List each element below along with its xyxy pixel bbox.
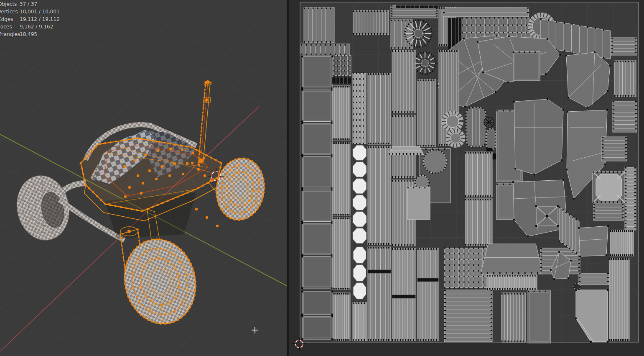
viewport-3d[interactable]: Objects37 / 37Vertices10,001 / 10,001Edg… [0, 0, 287, 356]
stats-label: Objects [0, 0, 20, 8]
uv-island [368, 247, 391, 341]
uv-island [392, 248, 415, 341]
uv-island [407, 187, 430, 220]
stats-label: Faces [0, 23, 20, 31]
uv-island [304, 8, 334, 43]
uv-island [593, 204, 624, 220]
uv-island [610, 230, 634, 256]
blender-window: Objects37 / 37Vertices10,001 / 10,001Edg… [0, 0, 644, 356]
stats-label: Triangles [0, 31, 20, 38]
antenna-base-vertices [199, 159, 204, 163]
uv-island [353, 10, 389, 35]
stats-value: 19,112 / 19,112 [20, 15, 60, 23]
uv-island [368, 270, 391, 273]
stats-overlay: Objects37 / 37Vertices10,001 / 10,001Edg… [0, 0, 60, 38]
uv-island [443, 8, 529, 17]
uv-island [389, 146, 424, 155]
uv-island [333, 218, 350, 289]
uv-island [484, 117, 494, 127]
uv-island [578, 225, 609, 257]
uv-editor[interactable] [289, 0, 644, 356]
uv-island [625, 167, 636, 230]
uv-island [486, 128, 496, 150]
uv-island [465, 199, 492, 246]
uv-island [487, 275, 537, 290]
stats-label: Edges [0, 15, 20, 23]
uv-island [332, 77, 351, 84]
uv-island [301, 56, 333, 289]
uv-island [528, 291, 551, 343]
uv-editor-canvas[interactable] [289, 0, 644, 356]
stats-row: Triangles18,495 [0, 31, 60, 38]
uv-island [613, 101, 637, 132]
uv-island [465, 152, 492, 197]
uv-island [579, 273, 609, 285]
stats-row: Edges19,112 / 19,112 [0, 15, 60, 23]
uv-island [444, 290, 492, 342]
stats-row: Faces9,162 / 9,162 [0, 23, 60, 31]
uv-island [423, 150, 447, 173]
uv-island [333, 293, 350, 341]
stats-row: Objects37 / 37 [0, 0, 60, 8]
uv-island [368, 146, 391, 245]
uv-island [333, 56, 351, 76]
uv-island [611, 38, 636, 55]
uv-island [417, 278, 438, 282]
uv-island [535, 205, 559, 227]
uv-island [353, 73, 366, 143]
uv-island [593, 172, 625, 203]
antenna-tip-vertices [206, 80, 210, 85]
viewport-3d-canvas[interactable] [0, 0, 287, 356]
uv-island [609, 258, 629, 341]
uv-island [501, 293, 526, 342]
uv-island [333, 86, 350, 140]
uv-island [614, 61, 636, 97]
uv-island [333, 142, 350, 215]
stats-value: 18,495 [20, 31, 37, 38]
uv-island [353, 247, 366, 299]
uv-island [392, 50, 415, 113]
stats-row: Vertices10,001 / 10,001 [0, 8, 60, 15]
uv-island [301, 44, 349, 55]
uv-island [353, 302, 367, 341]
uv-island [392, 295, 415, 298]
uv-island [417, 79, 436, 146]
uv-island [513, 51, 540, 81]
stats-value: 37 / 37 [20, 0, 37, 8]
stats-value: 10,001 / 10,001 [20, 8, 60, 15]
uv-island [444, 113, 461, 130]
uv-island [602, 137, 627, 161]
uv-island [396, 5, 438, 8]
stats-label: Vertices [0, 8, 20, 15]
uv-island [466, 108, 486, 147]
stats-value: 9,162 / 9,162 [20, 23, 53, 31]
uv-island [417, 248, 438, 341]
uv-island [481, 244, 543, 274]
uv-island [368, 73, 391, 144]
